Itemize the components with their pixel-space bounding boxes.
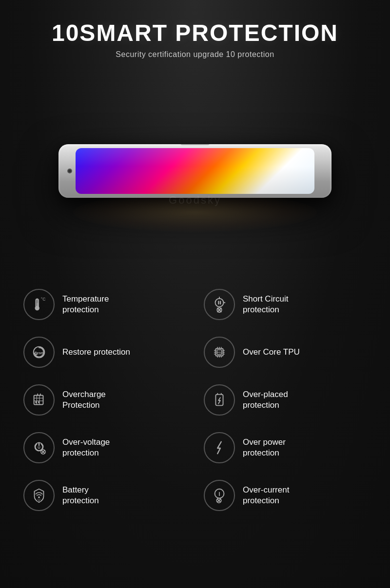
overcharge-icon-circle <box>23 384 55 416</box>
over-voltage-text: Over-voltageprotection <box>62 437 110 458</box>
protection-item-overcharge: OverchargeProtection <box>20 379 190 421</box>
svg-rect-36 <box>38 401 39 403</box>
lightning-icon <box>211 392 228 408</box>
svg-rect-9 <box>220 301 221 304</box>
phone-shadow <box>73 193 317 232</box>
temperature-icon-circle: °C <box>23 289 55 320</box>
protection-item-over-current: I Over-currentprotection <box>200 474 370 517</box>
power-bolt-icon <box>211 439 228 456</box>
over-placed-label: Over-placedprotection <box>243 389 288 411</box>
over-core-icon-circle: PTC <box>204 337 235 368</box>
over-current-text: Over-currentprotection <box>243 485 289 506</box>
phone-wrapper <box>54 139 336 203</box>
protection-item-short-circuit: Short Circuitprotection <box>200 283 370 326</box>
svg-text:°C: °C <box>41 297 46 302</box>
overcharge-label: OverchargeProtection <box>62 389 106 411</box>
short-circuit-label: Short Circuitprotection <box>243 294 289 315</box>
battery-icon-circle <box>23 480 55 511</box>
over-power-icon-circle <box>204 432 235 463</box>
protection-item-reset: Reset Restore protection <box>20 331 190 374</box>
svg-text:PTC: PTC <box>216 351 222 354</box>
over-power-text: Over powerprotection <box>243 437 286 458</box>
reset-icon-circle: Reset <box>23 337 55 368</box>
svg-text:I: I <box>218 491 220 497</box>
over-placed-text: Over-placedprotection <box>243 389 288 411</box>
chip-icon: PTC <box>211 344 228 360</box>
svg-point-48 <box>38 496 40 498</box>
over-voltage-label: Over-voltageprotection <box>62 437 110 458</box>
protection-item-over-core: PTC Over Core TPU <box>200 331 370 374</box>
short-circuit-text: Short Circuitprotection <box>243 294 289 315</box>
over-voltage-icon-circle: U <box>23 432 55 463</box>
protection-item-over-voltage: U Over-voltageprotection <box>20 426 190 469</box>
over-power-label: Over powerprotection <box>243 437 286 458</box>
svg-text:Reset: Reset <box>35 351 44 355</box>
svg-rect-30 <box>34 396 43 405</box>
protection-item-temperature: °C Temperatureprotection <box>20 283 190 326</box>
protection-item-battery: Batteryprotection <box>20 474 190 517</box>
protection-grid: °C Temperatureprotection <box>0 273 390 536</box>
subtitle: Security certification upgrade 10 protec… <box>52 50 338 59</box>
over-core-label: Over Core TPU <box>243 347 300 358</box>
reset-icon: Reset <box>31 344 47 360</box>
current-icon: I <box>211 487 228 504</box>
svg-rect-35 <box>35 401 37 403</box>
phone-button <box>180 144 210 145</box>
overcharge-text: OverchargeProtection <box>62 389 106 411</box>
voltage-icon: U <box>31 439 47 456</box>
temperature-label: Temperatureprotection <box>62 294 109 315</box>
battery-label: Batteryprotection <box>62 485 99 506</box>
phone-container: Goodsky <box>0 74 390 268</box>
phone-camera <box>67 169 72 173</box>
over-current-label: Over-currentprotection <box>243 485 289 506</box>
over-placed-icon-circle <box>204 384 235 416</box>
temperature-text: Temperatureprotection <box>62 294 109 315</box>
svg-rect-4 <box>37 303 38 309</box>
reset-text: Restore protection <box>62 347 130 358</box>
phone-screen <box>76 148 314 194</box>
battery-charge-icon <box>31 392 47 408</box>
short-circuit-icon-circle <box>204 289 235 320</box>
battery-text: Batteryprotection <box>62 485 99 506</box>
svg-text:U: U <box>38 445 40 450</box>
reset-label: Restore protection <box>62 347 130 358</box>
page-container: 10SMART PROTECTION Security certificatio… <box>0 0 390 588</box>
main-title: 10SMART PROTECTION <box>52 19 338 46</box>
short-circuit-icon <box>211 296 228 313</box>
svg-point-5 <box>215 299 224 307</box>
svg-rect-8 <box>218 301 219 304</box>
protection-item-over-placed: Over-placedprotection <box>200 379 370 421</box>
shield-battery-icon <box>31 487 47 504</box>
over-core-text: Over Core TPU <box>243 347 300 358</box>
header-section: 10SMART PROTECTION Security certificatio… <box>42 0 348 69</box>
over-current-icon-circle: I <box>204 480 235 511</box>
protection-item-over-power: Over powerprotection <box>200 426 370 469</box>
thermometer-icon: °C <box>31 296 47 313</box>
phone-flat <box>58 144 332 198</box>
